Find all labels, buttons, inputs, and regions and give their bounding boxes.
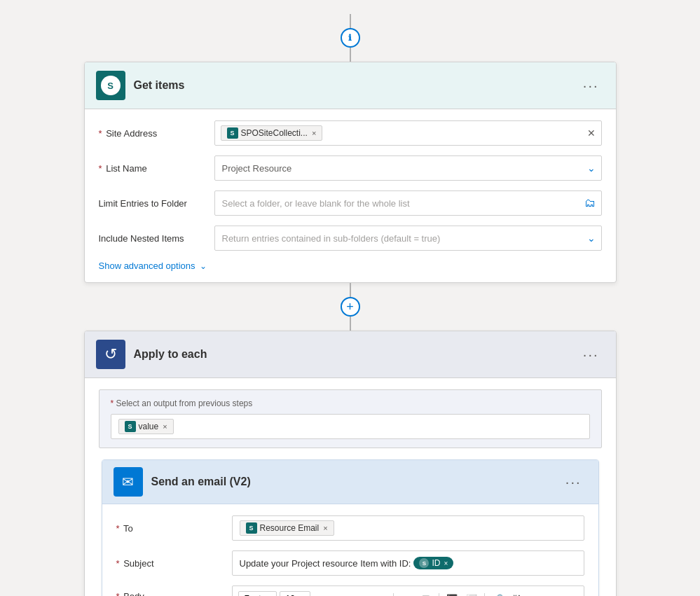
limit-entries-field[interactable]: Select a folder, or leave blank for the … <box>214 190 602 216</box>
font-select[interactable]: Font <box>238 591 277 596</box>
get-items-title: Get items <box>134 79 577 92</box>
unlink-button[interactable]: ⛓ <box>509 590 526 596</box>
align-center-button[interactable]: ⬜ <box>463 590 480 596</box>
include-nested-field[interactable]: Return entries contained in sub-folders … <box>214 226 602 251</box>
send-email-body: * To S Resource Email × <box>102 504 598 596</box>
to-tag-close[interactable]: × <box>323 524 327 532</box>
flow-container: ℹ S Get items ··· * Site Address S <box>0 14 700 596</box>
show-advanced-chevron: ⌄ <box>200 261 207 271</box>
select-output-label-text: Select an output from previous steps <box>116 399 253 408</box>
code-button[interactable]: </> <box>528 590 545 596</box>
list-name-label-text: List Name <box>106 163 147 174</box>
plus-icon: + <box>346 300 354 314</box>
site-address-tag: S SPOSiteCollecti... × <box>221 125 323 141</box>
include-nested-chevron[interactable]: ⌄ <box>587 233 596 244</box>
apply-each-menu[interactable]: ··· <box>577 344 605 366</box>
get-items-header: S Get items ··· <box>85 62 616 109</box>
top-connector: ℹ <box>341 14 360 62</box>
link-button[interactable]: 🔗 <box>489 590 506 596</box>
subject-tag-close[interactable]: × <box>444 560 448 567</box>
apply-each-title: Apply to each <box>134 348 577 361</box>
align-left-button[interactable]: ⬛ <box>444 590 460 596</box>
info-icon: ℹ <box>348 33 352 43</box>
ordered-list-button[interactable]: ≡ <box>398 590 415 596</box>
toolbar-sep-1 <box>393 593 394 596</box>
select-output-field[interactable]: S value × <box>111 414 590 439</box>
select-output-section: * Select an output from previous steps S… <box>99 389 602 448</box>
output-tag-icon: S <box>125 421 136 432</box>
include-nested-row: Include Nested Items Return entries cont… <box>99 226 602 251</box>
subject-row: * Subject Update your Project resource I… <box>116 550 584 576</box>
subject-id-tag: S ID × <box>413 557 453 569</box>
info-circle[interactable]: ℹ <box>341 28 360 48</box>
apply-each-header: ↺ Apply to each ··· <box>85 331 616 378</box>
to-label: * To <box>116 523 232 534</box>
toolbar-sep-2 <box>439 593 439 596</box>
to-label-text: To <box>123 523 133 534</box>
output-tag-close[interactable]: × <box>163 422 167 431</box>
body-editor[interactable]: Font 12 B I U ✏ ≡ <box>232 585 584 596</box>
get-items-body: * Site Address S SPOSiteCollecti... × ✕ … <box>85 109 616 282</box>
apply-each-icon: ↺ <box>96 340 125 369</box>
font-size-select[interactable]: 12 <box>280 591 310 596</box>
apply-each-icon-symbol: ↺ <box>104 345 117 363</box>
subject-field[interactable]: Update your Project resource Item with I… <box>232 550 584 576</box>
list-name-chevron[interactable]: ⌄ <box>587 162 596 174</box>
send-email-menu[interactable]: ··· <box>560 471 587 493</box>
connector-line-bottom <box>350 48 351 62</box>
get-items-icon: S <box>96 71 125 100</box>
to-field[interactable]: S Resource Email × <box>232 515 584 541</box>
connector-line-top <box>350 14 351 28</box>
italic-button[interactable]: I <box>333 590 350 596</box>
limit-entries-folder-icon[interactable]: 🗂 <box>584 197 596 209</box>
output-tag-text: value <box>139 422 159 431</box>
list-name-value: Project Resource <box>222 163 292 174</box>
site-address-tag-text: SPOSiteCollecti... <box>241 128 308 138</box>
subject-required: * <box>116 558 120 569</box>
site-address-row: * Site Address S SPOSiteCollecti... × ✕ <box>99 120 602 146</box>
list-name-field[interactable]: Project Resource ⌄ <box>214 155 602 181</box>
site-address-label-text: Site Address <box>106 128 157 139</box>
body-required: * <box>116 591 120 596</box>
to-row: * To S Resource Email × <box>116 515 584 541</box>
to-tag-text: Resource Email <box>260 523 320 533</box>
subject-label-text: Subject <box>123 558 153 569</box>
site-address-clear[interactable]: ✕ <box>587 127 596 139</box>
select-output-required: * <box>111 399 114 408</box>
site-address-field[interactable]: S SPOSiteCollecti... × ✕ <box>214 120 602 146</box>
to-required: * <box>116 523 120 534</box>
subject-tag-text: ID <box>432 558 440 568</box>
get-items-icon-letter: S <box>101 76 121 95</box>
site-address-tag-close[interactable]: × <box>312 129 316 137</box>
limit-entries-row: Limit Entries to Folder Select a folder,… <box>99 190 602 216</box>
list-name-required: * <box>99 163 102 174</box>
get-items-card: S Get items ··· * Site Address S SPOSite… <box>84 62 617 283</box>
limit-entries-placeholder: Select a folder, or leave blank for the … <box>222 198 410 209</box>
subject-label: * Subject <box>116 558 232 569</box>
middle-connector: + <box>341 283 360 331</box>
body-row: * Body Font 12 B <box>116 585 584 596</box>
bold-button[interactable]: B <box>313 590 330 596</box>
site-address-tag-icon: S <box>227 127 238 139</box>
pencil-button[interactable]: ✏ <box>372 590 389 596</box>
get-items-menu[interactable]: ··· <box>577 75 605 97</box>
send-email-card: ✉ Send an email (V2) ··· * To <box>102 459 599 596</box>
send-email-icon: ✉ <box>114 467 143 497</box>
list-name-label: * List Name <box>99 163 214 174</box>
site-address-label: * Site Address <box>99 128 214 139</box>
unordered-list-button[interactable]: ☰ <box>418 590 434 596</box>
list-name-row: * List Name Project Resource ⌄ <box>99 155 602 181</box>
underline-button[interactable]: U <box>352 590 369 596</box>
show-advanced-label: Show advanced options <box>99 261 195 271</box>
subject-prefix: Update your Project resource Item with I… <box>240 558 411 569</box>
output-tag: S value × <box>118 419 174 434</box>
subject-tag-icon: S <box>419 558 429 568</box>
body-label-text: Body <box>123 591 144 596</box>
limit-entries-label: Limit Entries to Folder <box>99 198 214 209</box>
email-icon-symbol: ✉ <box>122 473 134 490</box>
to-tag: S Resource Email × <box>240 520 334 536</box>
include-nested-label-text: Include Nested Items <box>99 233 184 244</box>
show-advanced-options[interactable]: Show advanced options ⌄ <box>99 261 602 271</box>
to-tag-icon: S <box>246 522 257 534</box>
add-step-circle[interactable]: + <box>341 297 360 317</box>
